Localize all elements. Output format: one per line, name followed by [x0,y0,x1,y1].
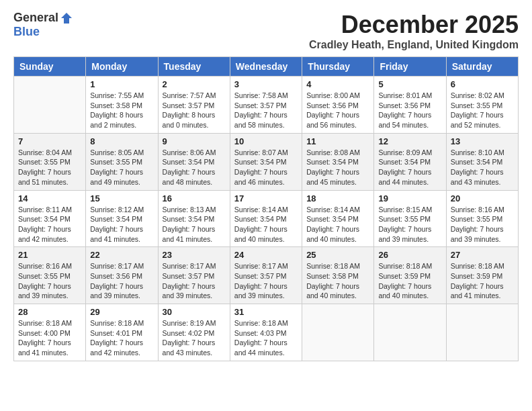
day-number: 5 [378,79,441,89]
day-info: Sunrise: 8:06 AM Sunset: 3:54 PM Dayligh… [163,148,226,187]
calendar-cell: 1Sunrise: 7:55 AM Sunset: 3:58 PM Daylig… [86,77,158,134]
day-number: 8 [90,136,153,146]
calendar-cell: 31Sunrise: 8:18 AM Sunset: 4:03 PM Dayli… [230,304,302,361]
day-number: 24 [234,250,298,260]
day-info: Sunrise: 7:55 AM Sunset: 3:58 PM Dayligh… [90,91,153,130]
day-number: 17 [234,193,298,203]
svg-marker-0 [61,13,72,24]
day-number: 25 [306,250,369,260]
column-header-thursday: Thursday [302,57,374,77]
day-info: Sunrise: 8:15 AM Sunset: 3:55 PM Dayligh… [378,205,441,244]
day-number: 26 [378,250,441,260]
calendar-cell: 25Sunrise: 8:18 AM Sunset: 3:58 PM Dayli… [302,247,374,304]
day-info: Sunrise: 8:19 AM Sunset: 4:02 PM Dayligh… [163,318,226,358]
calendar-cell: 16Sunrise: 8:13 AM Sunset: 3:54 PM Dayli… [158,190,230,247]
day-number: 14 [18,193,81,203]
location: Cradley Heath, England, United Kingdom [309,39,519,51]
calendar-cell: 19Sunrise: 8:15 AM Sunset: 3:55 PM Dayli… [374,190,446,247]
day-number: 9 [163,136,226,146]
calendar-cell: 7Sunrise: 8:04 AM Sunset: 3:55 PM Daylig… [14,133,86,190]
day-number: 22 [90,250,153,260]
day-number: 18 [306,193,369,203]
calendar-cell: 12Sunrise: 8:09 AM Sunset: 3:54 PM Dayli… [374,133,446,190]
day-info: Sunrise: 8:11 AM Sunset: 3:54 PM Dayligh… [18,205,81,244]
calendar-cell: 30Sunrise: 8:19 AM Sunset: 4:02 PM Dayli… [158,304,230,361]
day-info: Sunrise: 8:05 AM Sunset: 3:55 PM Dayligh… [90,148,153,187]
day-info: Sunrise: 8:18 AM Sunset: 3:59 PM Dayligh… [451,261,514,301]
calendar-week-row: 14Sunrise: 8:11 AM Sunset: 3:54 PM Dayli… [14,190,519,247]
calendar-week-row: 1Sunrise: 7:55 AM Sunset: 3:58 PM Daylig… [14,77,519,134]
day-info: Sunrise: 8:17 AM Sunset: 3:56 PM Dayligh… [90,261,153,301]
calendar-cell: 27Sunrise: 8:18 AM Sunset: 3:59 PM Dayli… [446,247,518,304]
calendar-cell: 28Sunrise: 8:18 AM Sunset: 4:00 PM Dayli… [14,304,86,361]
day-info: Sunrise: 8:12 AM Sunset: 3:54 PM Dayligh… [90,205,153,244]
title-block: December 2025 Cradley Heath, England, Un… [309,11,519,51]
day-info: Sunrise: 8:18 AM Sunset: 3:59 PM Dayligh… [378,261,441,301]
calendar-cell: 6Sunrise: 8:02 AM Sunset: 3:55 PM Daylig… [446,77,518,134]
day-info: Sunrise: 8:18 AM Sunset: 4:00 PM Dayligh… [18,318,81,358]
calendar-table: SundayMondayTuesdayWednesdayThursdayFrid… [13,56,519,361]
day-number: 28 [18,307,81,317]
calendar-cell: 8Sunrise: 8:05 AM Sunset: 3:55 PM Daylig… [86,133,158,190]
day-number: 27 [451,250,514,260]
month-title: December 2025 [309,11,519,39]
logo: General Blue [13,11,73,39]
day-info: Sunrise: 8:16 AM Sunset: 3:55 PM Dayligh… [451,205,514,244]
day-number: 31 [234,307,298,317]
day-number: 15 [90,193,153,203]
day-number: 7 [18,136,81,146]
day-info: Sunrise: 8:18 AM Sunset: 3:58 PM Dayligh… [306,261,369,301]
day-number: 13 [451,136,514,146]
day-info: Sunrise: 8:17 AM Sunset: 3:57 PM Dayligh… [163,261,226,301]
calendar-cell [446,304,518,361]
day-info: Sunrise: 7:58 AM Sunset: 3:57 PM Dayligh… [234,91,298,130]
calendar-cell [374,304,446,361]
calendar-cell: 13Sunrise: 8:10 AM Sunset: 3:54 PM Dayli… [446,133,518,190]
column-header-saturday: Saturday [446,57,518,77]
calendar-cell: 5Sunrise: 8:01 AM Sunset: 3:56 PM Daylig… [374,77,446,134]
calendar-cell: 18Sunrise: 8:14 AM Sunset: 3:54 PM Dayli… [302,190,374,247]
day-info: Sunrise: 8:00 AM Sunset: 3:56 PM Dayligh… [306,91,369,130]
day-number: 12 [378,136,441,146]
calendar-cell: 21Sunrise: 8:16 AM Sunset: 3:55 PM Dayli… [14,247,86,304]
column-header-tuesday: Tuesday [158,57,230,77]
calendar-week-row: 7Sunrise: 8:04 AM Sunset: 3:55 PM Daylig… [14,133,519,190]
day-info: Sunrise: 8:18 AM Sunset: 4:03 PM Dayligh… [234,318,298,358]
day-number: 6 [451,79,514,89]
day-info: Sunrise: 8:14 AM Sunset: 3:54 PM Dayligh… [306,205,369,244]
column-header-monday: Monday [86,57,158,77]
day-info: Sunrise: 8:09 AM Sunset: 3:54 PM Dayligh… [378,148,441,187]
day-info: Sunrise: 8:10 AM Sunset: 3:54 PM Dayligh… [451,148,514,187]
page-header: General Blue December 2025 Cradley Heath… [13,11,519,51]
day-number: 16 [163,193,226,203]
calendar-cell: 24Sunrise: 8:17 AM Sunset: 3:57 PM Dayli… [230,247,302,304]
day-info: Sunrise: 8:08 AM Sunset: 3:54 PM Dayligh… [306,148,369,187]
calendar-cell [14,77,86,134]
day-number: 4 [306,79,369,89]
day-number: 11 [306,136,369,146]
column-header-friday: Friday [374,57,446,77]
day-number: 19 [378,193,441,203]
day-info: Sunrise: 8:17 AM Sunset: 3:57 PM Dayligh… [234,261,298,301]
calendar-cell: 9Sunrise: 8:06 AM Sunset: 3:54 PM Daylig… [158,133,230,190]
day-info: Sunrise: 8:18 AM Sunset: 4:01 PM Dayligh… [90,318,153,358]
day-info: Sunrise: 8:13 AM Sunset: 3:54 PM Dayligh… [163,205,226,244]
calendar-cell: 14Sunrise: 8:11 AM Sunset: 3:54 PM Dayli… [14,190,86,247]
calendar-cell: 26Sunrise: 8:18 AM Sunset: 3:59 PM Dayli… [374,247,446,304]
day-info: Sunrise: 8:14 AM Sunset: 3:54 PM Dayligh… [234,205,298,244]
day-info: Sunrise: 8:16 AM Sunset: 3:55 PM Dayligh… [18,261,81,301]
day-number: 21 [18,250,81,260]
logo-blue-text: Blue [13,25,40,39]
calendar-header-row: SundayMondayTuesdayWednesdayThursdayFrid… [14,57,519,77]
calendar-cell: 15Sunrise: 8:12 AM Sunset: 3:54 PM Dayli… [86,190,158,247]
calendar-cell: 11Sunrise: 8:08 AM Sunset: 3:54 PM Dayli… [302,133,374,190]
calendar-cell [302,304,374,361]
day-info: Sunrise: 8:04 AM Sunset: 3:55 PM Dayligh… [18,148,81,187]
day-number: 20 [451,193,514,203]
calendar-cell: 4Sunrise: 8:00 AM Sunset: 3:56 PM Daylig… [302,77,374,134]
logo-general-text: General [13,11,58,25]
column-header-sunday: Sunday [14,57,86,77]
day-info: Sunrise: 8:02 AM Sunset: 3:55 PM Dayligh… [451,91,514,130]
logo-icon [60,11,73,25]
day-number: 1 [90,79,153,89]
